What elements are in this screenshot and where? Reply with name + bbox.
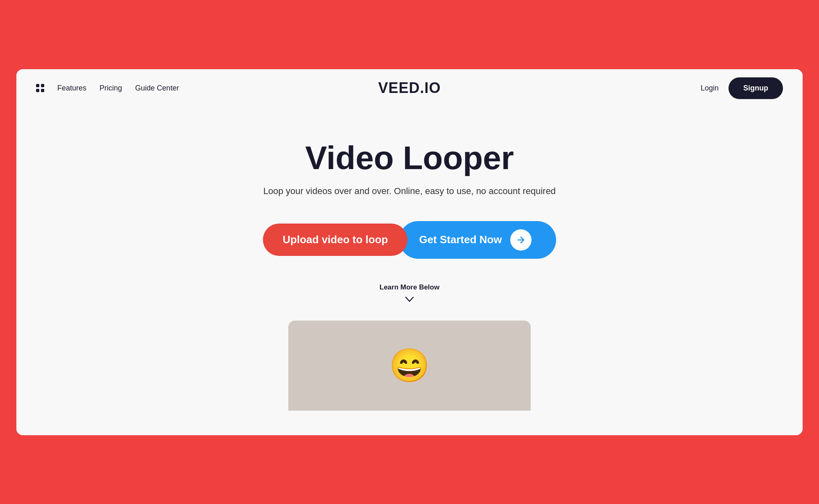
site-logo[interactable]: VEED.IO xyxy=(378,79,441,97)
upload-video-button[interactable]: Upload video to loop xyxy=(263,224,407,256)
nav-left: Features Pricing Guide Center xyxy=(36,84,285,93)
chevron-down-icon xyxy=(405,295,414,304)
nav-pricing-link[interactable]: Pricing xyxy=(100,84,122,93)
nav-right: Login Signup xyxy=(534,77,783,99)
learn-more-section: Learn More Below xyxy=(380,283,439,304)
grid-menu-icon[interactable] xyxy=(36,84,44,92)
hero-section: Video Looper Loop your videos over and o… xyxy=(16,107,803,435)
nav-features-link[interactable]: Features xyxy=(57,84,86,93)
outer-frame: Features Pricing Guide Center VEED.IO Lo… xyxy=(8,61,811,443)
main-container: Features Pricing Guide Center VEED.IO Lo… xyxy=(16,69,803,435)
navbar: Features Pricing Guide Center VEED.IO Lo… xyxy=(16,69,803,107)
cta-container: Upload video to loop Get Started Now xyxy=(263,221,556,259)
get-started-button[interactable]: Get Started Now xyxy=(399,221,556,259)
emoji-display: 😄 xyxy=(288,321,531,411)
learn-more-text: Learn More Below xyxy=(380,283,439,292)
login-link[interactable]: Login xyxy=(701,84,719,93)
signup-button[interactable]: Signup xyxy=(729,77,783,99)
hero-title: Video Looper xyxy=(305,140,514,176)
thumbnails-section: 😄 xyxy=(36,321,783,411)
thumbnail-center: 😄 xyxy=(288,321,531,411)
arrow-right-icon xyxy=(516,235,526,245)
get-started-label: Get Started Now xyxy=(419,233,502,246)
arrow-circle xyxy=(510,229,532,251)
hero-subtitle: Loop your videos over and over. Online, … xyxy=(263,186,556,197)
nav-center: VEED.IO xyxy=(285,79,534,97)
nav-guide-center-link[interactable]: Guide Center xyxy=(135,84,179,93)
